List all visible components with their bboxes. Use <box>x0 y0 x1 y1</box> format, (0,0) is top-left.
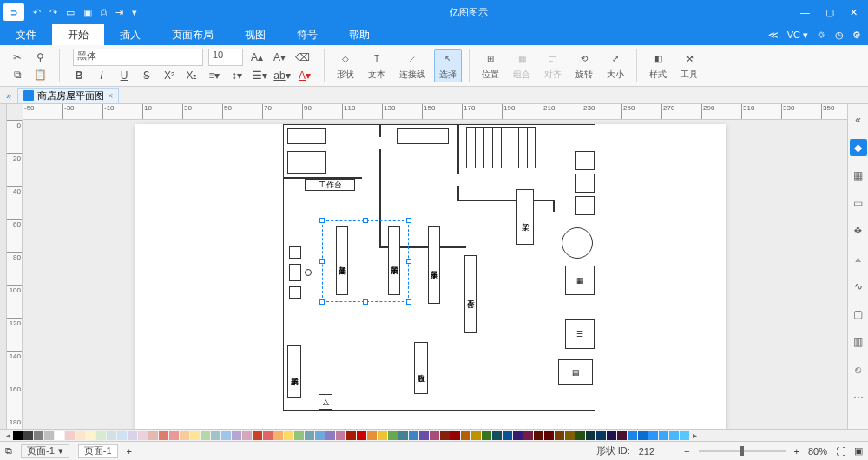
color-swatch[interactable] <box>628 431 637 440</box>
panel-expand-icon[interactable]: » <box>0 90 17 101</box>
fullscreen-icon[interactable]: ▣ <box>854 445 863 457</box>
color-swatch[interactable] <box>534 431 543 440</box>
color-swatch[interactable] <box>23 431 33 440</box>
color-swatch[interactable] <box>326 431 335 440</box>
rack[interactable]: 架子 <box>516 189 534 245</box>
subscript-icon[interactable]: X₂ <box>183 68 201 83</box>
menu-页面布局[interactable]: 页面布局 <box>156 24 229 45</box>
fixture[interactable]: ▤ <box>558 359 593 385</box>
color-swatch[interactable] <box>503 431 512 440</box>
eyedropper-icon[interactable]: ⚲ <box>31 49 49 65</box>
color-swatch[interactable] <box>669 431 679 440</box>
rotate-button[interactable]: ⟲旋转 <box>570 49 598 82</box>
color-swatch[interactable] <box>680 431 689 440</box>
font-size-select[interactable]: 10 <box>208 49 243 66</box>
document-tab[interactable]: 商店房屋平面图 × <box>17 88 119 103</box>
page-select[interactable]: 页面-1▾ <box>21 444 69 458</box>
fixture[interactable] <box>289 286 301 299</box>
zoom-slider[interactable] <box>699 450 786 452</box>
pages-icon[interactable]: ⧉ <box>5 445 12 457</box>
color-swatch[interactable] <box>284 431 293 440</box>
user-icon[interactable]: ◷ <box>835 30 844 41</box>
grid-panel-icon[interactable]: ▦ <box>850 167 867 184</box>
italic-icon[interactable]: I <box>93 68 110 83</box>
position-button[interactable]: ⊞位置 <box>477 49 504 82</box>
color-swatch[interactable] <box>242 431 252 440</box>
color-swatch[interactable] <box>305 431 314 440</box>
color-swatch[interactable] <box>159 431 168 440</box>
color-swatch[interactable] <box>253 431 262 440</box>
color-swatch[interactable] <box>76 431 85 440</box>
color-swatch[interactable] <box>575 431 585 440</box>
fixture[interactable]: △ <box>319 394 332 410</box>
color-next-icon[interactable]: ▸ <box>690 430 699 440</box>
page[interactable]: 工作台 ▦ ☰ ▤ 商品架子 展示架子 展示架子 工作台 <box>135 124 726 429</box>
dot[interactable] <box>305 269 312 276</box>
color-prev-icon[interactable]: ◂ <box>3 430 12 440</box>
color-swatch[interactable] <box>55 431 64 440</box>
color-swatch[interactable] <box>586 431 595 440</box>
shelf[interactable]: 展示架子 <box>428 226 440 304</box>
scale-button[interactable]: ⤢大小 <box>602 49 629 82</box>
paste-icon[interactable]: 📋 <box>31 67 49 82</box>
zoom-out-icon[interactable]: − <box>684 446 689 457</box>
text-button[interactable]: T文本 <box>363 49 391 82</box>
color-swatch[interactable] <box>336 431 345 440</box>
color-swatch[interactable] <box>409 431 418 440</box>
menu-文件[interactable]: 文件 <box>0 24 52 45</box>
layers-panel-icon[interactable]: ❖ <box>850 222 867 240</box>
color-swatch[interactable] <box>34 431 43 440</box>
color-swatch[interactable] <box>273 431 283 440</box>
page-tab[interactable]: 页面-1 <box>78 444 118 458</box>
align-icon[interactable]: ≡▾ <box>206 68 223 83</box>
color-swatch[interactable] <box>107 431 116 440</box>
color-swatch[interactable] <box>659 431 668 440</box>
color-swatch[interactable] <box>471 431 481 440</box>
color-swatch[interactable] <box>607 431 616 440</box>
color-swatch[interactable] <box>138 431 148 440</box>
font-family-select[interactable]: 黑体 <box>73 49 203 66</box>
select-button[interactable]: ↖选择 <box>434 49 462 82</box>
color-swatch[interactable] <box>555 431 564 440</box>
data-panel-icon[interactable]: ▥ <box>850 333 867 351</box>
more-panel-icon[interactable]: ⋯ <box>850 389 867 406</box>
fixture[interactable] <box>287 151 326 174</box>
tab-close-icon[interactable]: × <box>108 90 113 101</box>
zoom-in-icon[interactable]: + <box>794 446 799 457</box>
fixture[interactable] <box>575 151 595 170</box>
color-swatch[interactable] <box>450 431 460 440</box>
color-swatch[interactable] <box>513 431 523 440</box>
shelf[interactable]: 展示架子 <box>287 345 301 398</box>
color-swatch[interactable] <box>482 431 491 440</box>
fixture[interactable]: ▦ <box>565 266 595 295</box>
color-swatch[interactable] <box>617 431 627 440</box>
bold-icon[interactable]: B <box>70 68 88 83</box>
undo-icon[interactable]: ↶ <box>33 7 41 18</box>
worktop[interactable]: 工作台 <box>464 255 477 333</box>
color-swatch[interactable] <box>648 431 658 440</box>
shape-button[interactable]: ◇形状 <box>332 49 359 82</box>
text-style-icon[interactable]: ab▾ <box>273 68 291 83</box>
color-swatch[interactable] <box>65 431 75 440</box>
color-swatch[interactable] <box>117 431 127 440</box>
line-spacing-icon[interactable]: ↕▾ <box>228 68 246 83</box>
color-swatch[interactable] <box>367 431 377 440</box>
style-panel-icon[interactable]: ◆ <box>850 139 867 156</box>
color-swatch[interactable] <box>44 431 54 440</box>
color-swatch[interactable] <box>398 431 408 440</box>
color-swatch[interactable] <box>169 431 179 440</box>
color-swatch[interactable] <box>315 431 325 440</box>
color-swatch[interactable] <box>440 431 450 440</box>
share-icon[interactable]: ≪ <box>768 30 779 41</box>
color-swatch[interactable] <box>86 431 95 440</box>
cashier[interactable]: 收银台 <box>414 342 428 394</box>
color-swatch[interactable] <box>430 431 439 440</box>
add-page-icon[interactable]: + <box>127 446 132 457</box>
vc-label[interactable]: VC ▾ <box>787 30 808 41</box>
fixture[interactable] <box>575 196 595 215</box>
cut-icon[interactable]: ✂ <box>9 49 26 65</box>
worktop[interactable]: 工作台 <box>305 179 355 191</box>
color-swatch[interactable] <box>201 431 210 440</box>
color-swatch[interactable] <box>461 431 470 440</box>
minimize-icon[interactable]: — <box>800 7 810 18</box>
